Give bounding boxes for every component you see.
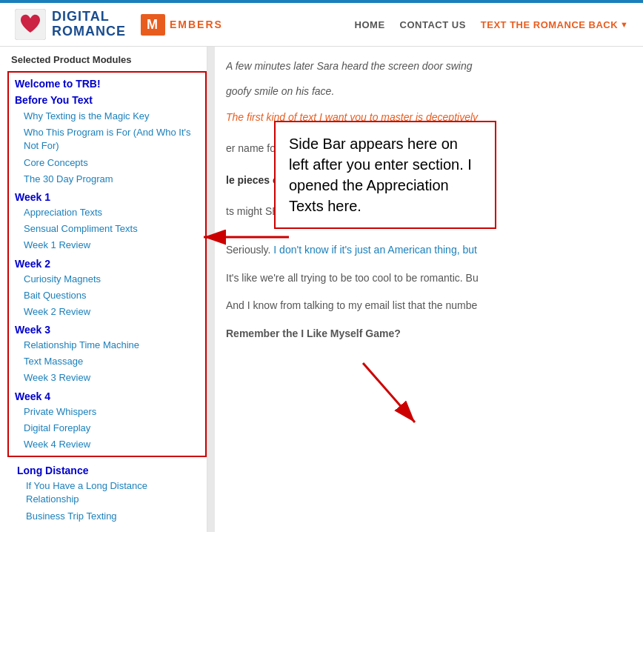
sidebar-item-week1-review[interactable]: Week 1 Review [9, 237, 205, 253]
sidebar-item-business-trip[interactable]: Business Trip Texting [11, 508, 207, 525]
sidebar-item-30-day[interactable]: The 30 Day Program [9, 171, 205, 187]
sidebar-item-curiosity[interactable]: Curiosity Magnets [9, 271, 205, 287]
members-area[interactable]: M EMBERS [141, 14, 223, 36]
main-para9: Remember the I Like Myself Game? [226, 325, 632, 342]
sidebar-item-appreciation-texts[interactable]: Appreciation Texts [9, 204, 205, 221]
main-para8: And I know from talking to my email list… [226, 297, 632, 313]
main-para7: It's like we're all trying to be too coo… [226, 270, 632, 286]
sidebar-box: Welcome to TRB! Before You Text Why Text… [7, 71, 207, 457]
logo-area[interactable]: DIGITAL ROMANCE [15, 9, 126, 40]
callout-box: Side Bar appears here on left after you … [274, 121, 496, 229]
main-para1b-text: goofy smile on his face. [226, 85, 334, 97]
sidebar-week3: Week 3 [9, 320, 205, 337]
sidebar-header-before-you-text[interactable]: Before You Text [9, 92, 205, 108]
main-para7-text: It's like we're all trying to be too coo… [226, 272, 479, 284]
sidebar-header-welcome[interactable]: Welcome to TRB! [9, 76, 205, 92]
sidebar-item-long-distance[interactable]: If You Have a Long Distance Relationship [11, 478, 207, 508]
sidebar-item-core-concepts[interactable]: Core Concepts [9, 155, 205, 171]
nav-right: HOME CONTACT US TEXT THE ROMANCE BACK ▼ [355, 19, 628, 30]
sidebar-item-text-massage[interactable]: Text Massage [9, 353, 205, 370]
main-para1-text: A few minutes later Sara heard the scree… [226, 60, 473, 72]
sidebar-item-digital-foreplay[interactable]: Digital Foreplay [9, 420, 205, 436]
nav-text-romance-dropdown[interactable]: TEXT THE ROMANCE BACK ▼ [481, 19, 628, 30]
logo-icon [15, 9, 46, 40]
callout-text: Side Bar appears here on left after you … [289, 136, 472, 214]
main-para6: Seriously. I don't know if it's just an … [226, 242, 632, 258]
sidebar-week4: Week 4 [9, 387, 205, 404]
sidebar-item-magic-key[interactable]: Why Texting is the Magic Key [9, 108, 205, 124]
members-label: EMBERS [170, 19, 223, 30]
sidebar-item-bait-questions[interactable]: Bait Questions [9, 287, 205, 304]
sidebar-item-private-whispers[interactable]: Private Whispers [9, 404, 205, 420]
sidebar-divider [207, 47, 215, 532]
sidebar-item-week3-review[interactable]: Week 3 Review [9, 370, 205, 386]
members-m: M [147, 17, 158, 33]
main-para6-highlight: I don't know if it's just an American th… [273, 244, 477, 256]
long-distance-section: Long Distance If You Have a Long Distanc… [7, 461, 207, 525]
nav-home[interactable]: HOME [355, 19, 385, 30]
sidebar-item-week4-review[interactable]: Week 4 Review [9, 436, 205, 453]
logo-romance: ROMANCE [52, 24, 126, 39]
sidebar-week2: Week 2 [9, 254, 205, 271]
members-badge: M [141, 14, 165, 36]
main-para8-text: And I know from talking to my email list… [226, 299, 477, 311]
main-content: A few minutes later Sara heard the scree… [215, 47, 643, 532]
sidebar-title: Selected Product Modules [7, 54, 207, 65]
sidebar-item-relationship-time-machine[interactable]: Relationship Time Machine [9, 337, 205, 353]
sidebar: Selected Product Modules Welcome to TRB!… [0, 47, 207, 532]
nav-text-romance[interactable]: TEXT THE ROMANCE BACK [481, 19, 618, 30]
main-para9-bold: Remember the I Like Myself Game? [226, 327, 401, 339]
dropdown-arrow-icon: ▼ [620, 20, 628, 29]
sidebar-item-who-for[interactable]: Who This Program is For (And Who It's No… [9, 124, 205, 154]
sidebar-week1: Week 1 [9, 187, 205, 204]
logo-text: DIGITAL ROMANCE [52, 10, 126, 39]
main-para1: A few minutes later Sara heard the scree… [226, 58, 632, 74]
logo-digital: DIGITAL [52, 10, 126, 24]
main-para6-normal: Seriously. [226, 244, 273, 256]
nav-contact[interactable]: CONTACT US [400, 19, 466, 30]
main-para1b: goofy smile on his face. [226, 83, 632, 99]
sidebar-item-sensual-compliment[interactable]: Sensual Compliment Texts [9, 221, 205, 237]
header: DIGITAL ROMANCE M EMBERS HOME CONTACT US… [0, 3, 643, 47]
sidebar-item-week2-review[interactable]: Week 2 Review [9, 304, 205, 320]
page-body: Selected Product Modules Welcome to TRB!… [0, 47, 643, 532]
sidebar-long-distance-header: Long Distance [11, 461, 207, 478]
